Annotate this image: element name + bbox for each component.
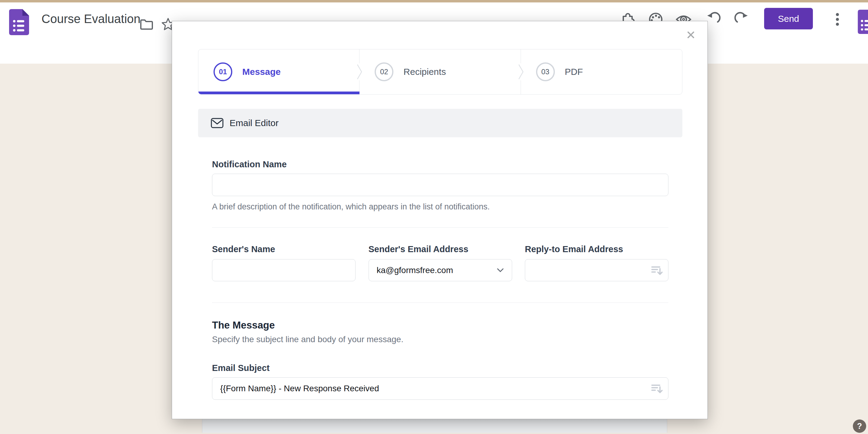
document-title[interactable]: Course Evaluation (41, 12, 141, 26)
sender-email-label: Sender's Email Address (369, 244, 512, 254)
insert-field-icon[interactable] (650, 264, 663, 277)
tab-message[interactable]: 01 Message (198, 49, 360, 94)
tab-recipients[interactable]: 02 Recipients (360, 49, 521, 94)
section-divider (212, 302, 669, 303)
step-chevron-separator-icon (356, 63, 363, 80)
form-card-under-modal (202, 419, 667, 433)
help-button[interactable]: ? (853, 419, 866, 433)
sender-name-label: Sender's Name (212, 244, 355, 254)
insert-field-icon[interactable] (650, 382, 663, 395)
tab-message-label: Message (242, 67, 281, 77)
email-editor-header: Email Editor (198, 109, 682, 137)
email-editor-title: Email Editor (229, 118, 279, 128)
email-notification-dialog: 01 Message 02 Recipients 03 PDF (172, 21, 708, 419)
step-number-badge: 03 (536, 62, 555, 81)
step-number-badge: 02 (375, 62, 394, 81)
addon-doc-icon[interactable] (858, 10, 868, 34)
step-chevron-separator-icon (518, 63, 524, 80)
notification-name-label: Notification Name (212, 160, 669, 169)
message-section-title: The Message (212, 319, 669, 331)
move-folder-icon[interactable] (138, 16, 155, 33)
reply-to-input[interactable] (525, 259, 669, 281)
notification-name-helper: A brief description of the notification,… (212, 202, 669, 211)
help-question-icon: ? (857, 422, 862, 431)
active-tab-underline (198, 91, 360, 94)
section-divider (212, 227, 669, 228)
chevron-down-icon (497, 268, 504, 272)
tab-pdf[interactable]: 03 PDF (521, 49, 682, 94)
sender-name-input[interactable] (212, 259, 355, 281)
envelope-icon (211, 118, 223, 128)
email-subject-input[interactable] (212, 377, 669, 400)
tab-recipients-label: Recipients (403, 67, 446, 77)
step-number-badge: 01 (214, 62, 232, 81)
sender-email-value: ka@gformsfree.com (377, 265, 454, 275)
forms-logo-icon[interactable] (9, 9, 29, 35)
sender-email-select[interactable]: ka@gformsfree.com (369, 259, 512, 281)
email-subject-label: Email Subject (212, 363, 669, 373)
wizard-steps: 01 Message 02 Recipients 03 PDF (198, 49, 682, 94)
reply-to-label: Reply-to Email Address (525, 244, 669, 254)
redo-icon[interactable] (734, 11, 750, 28)
message-section-subtitle: Specify the subject line and body of you… (212, 335, 669, 344)
close-icon[interactable] (686, 30, 696, 40)
browser-top-strip (0, 0, 868, 2)
send-button[interactable]: Send (764, 8, 813, 29)
tab-pdf-label: PDF (565, 67, 583, 77)
more-options-icon[interactable] (829, 11, 846, 28)
notification-name-input[interactable] (212, 174, 669, 196)
